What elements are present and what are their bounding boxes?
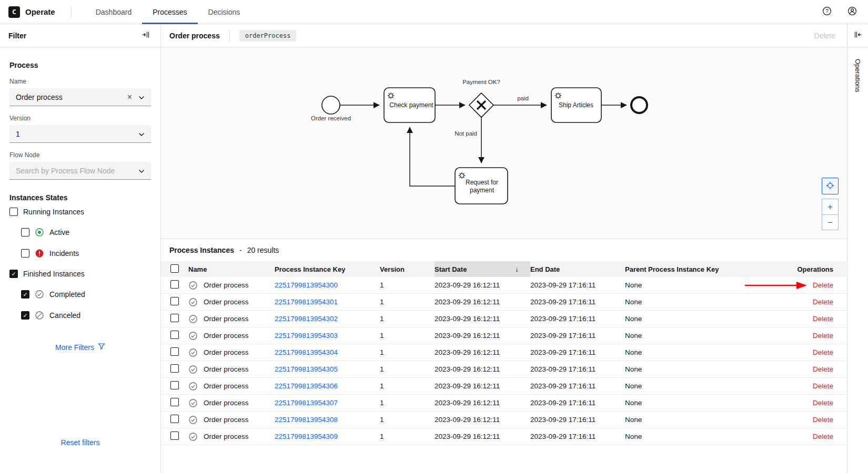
table-row[interactable]: Order process 2251799813954305 1 2023-09…	[161, 361, 847, 378]
row-checkbox[interactable]	[170, 398, 179, 406]
process-instance-key-link[interactable]: 2251799813954305	[275, 365, 338, 373]
instance-completed-state-icon	[188, 432, 198, 441]
process-instance-key-link[interactable]: 2251799813954304	[275, 348, 338, 356]
row-checkbox[interactable]	[170, 280, 179, 289]
instance-completed-state-icon	[188, 365, 198, 374]
completed-state-icon	[35, 290, 44, 299]
bpmn-diagram[interactable]: Order received Check payment Payment OK?…	[161, 47, 847, 239]
delete-process-button-disabled[interactable]: Delete	[814, 32, 835, 40]
canceled-checkbox[interactable]	[21, 311, 29, 320]
start-event-order-received[interactable]	[322, 96, 340, 114]
filter-completed[interactable]: Completed	[21, 290, 151, 299]
filter-panel-body: Process Name Order process × Version 1 F…	[0, 47, 160, 473]
process-instance-key-link[interactable]: 2251799813954300	[275, 281, 338, 289]
process-section-title: Process	[9, 61, 151, 69]
row-checkbox[interactable]	[170, 331, 179, 339]
row-checkbox[interactable]	[170, 347, 179, 356]
expand-operations-panel-button[interactable]	[851, 28, 865, 43]
row-delete-link[interactable]: Delete	[813, 382, 833, 390]
start-date-header-label: Start Date	[435, 265, 467, 273]
tab-processes[interactable]: Processes	[142, 0, 197, 24]
clear-selection-icon[interactable]: ×	[127, 93, 132, 101]
row-delete-link[interactable]: Delete	[813, 298, 833, 306]
tab-dashboard[interactable]: Dashboard	[85, 0, 143, 24]
column-header-start-date[interactable]: Start Date ↓	[435, 261, 530, 277]
process-instance-key-link[interactable]: 2251799813954303	[275, 332, 338, 340]
incidents-checkbox[interactable]	[21, 249, 29, 258]
column-header-version[interactable]: Version	[380, 265, 435, 273]
process-instance-key-link[interactable]: 2251799813954306	[275, 382, 338, 390]
reset-diagram-view-button[interactable]	[822, 178, 839, 194]
help-button[interactable]: ?	[820, 5, 834, 19]
row-version: 1	[380, 399, 435, 407]
chevron-down-icon	[138, 167, 145, 175]
collapse-filter-panel-button[interactable]	[138, 28, 153, 43]
reset-filters-button[interactable]: Reset filters	[61, 438, 100, 447]
process-instance-key-link[interactable]: 2251799813954307	[275, 399, 338, 407]
process-name-combobox[interactable]: Order process ×	[9, 88, 151, 106]
row-delete-link[interactable]: Delete	[813, 332, 833, 340]
column-header-end-date[interactable]: End Date	[530, 265, 625, 273]
flow-node-combobox[interactable]: Search by Process Flow Node	[9, 162, 151, 180]
row-checkbox[interactable]	[170, 297, 179, 305]
more-filters-button[interactable]: More Filters	[9, 343, 151, 352]
zoom-in-button[interactable]: +	[822, 199, 839, 214]
row-checkbox[interactable]	[170, 364, 179, 373]
brand[interactable]: C Operate	[8, 6, 55, 18]
row-version: 1	[380, 281, 435, 289]
filter-finished-instances[interactable]: Finished Instances	[9, 270, 151, 278]
zoom-out-button[interactable]: −	[822, 214, 839, 230]
row-checkbox[interactable]	[170, 431, 179, 440]
end-event[interactable]	[631, 97, 647, 113]
row-delete-link[interactable]: Delete	[813, 433, 833, 440]
operations-panel-header	[847, 24, 868, 47]
column-header-name[interactable]: Name	[185, 265, 275, 273]
reset-view-crosshair-icon	[826, 181, 834, 191]
row-delete-link[interactable]: Delete	[813, 348, 833, 356]
process-instance-key-link[interactable]: 2251799813954302	[275, 315, 338, 323]
row-start-date: 2023-09-29 16:12:11	[435, 348, 530, 356]
row-parent-key: None	[625, 281, 763, 289]
table-row[interactable]: Order process 2251799813954308 1 2023-09…	[161, 412, 847, 428]
row-checkbox[interactable]	[170, 415, 179, 423]
instance-completed-state-icon	[188, 331, 198, 341]
panel-expand-icon	[854, 30, 862, 40]
finished-instances-label: Finished Instances	[23, 270, 85, 278]
filter-panel-title: Filter	[8, 32, 26, 40]
row-checkbox[interactable]	[170, 314, 179, 322]
row-delete-link[interactable]: Delete	[813, 281, 833, 289]
tab-decisions[interactable]: Decisions	[198, 0, 251, 24]
row-delete-link[interactable]: Delete	[813, 416, 833, 424]
row-delete-link[interactable]: Delete	[813, 315, 833, 323]
instance-completed-state-icon	[188, 415, 198, 425]
table-row[interactable]: Order process 2251799813954304 1 2023-09…	[161, 344, 847, 361]
table-row[interactable]: Order process 2251799813954300 1 2023-09…	[161, 277, 847, 294]
completed-checkbox[interactable]	[21, 290, 29, 299]
table-row[interactable]: Order process 2251799813954309 1 2023-09…	[161, 428, 847, 445]
filter-active[interactable]: Active	[21, 228, 151, 237]
table-row[interactable]: Order process 2251799813954306 1 2023-09…	[161, 378, 847, 395]
finished-instances-checkbox[interactable]	[9, 270, 18, 278]
column-header-process-instance-key[interactable]: Process Instance Key	[275, 265, 380, 273]
running-instances-checkbox[interactable]	[9, 208, 18, 216]
filter-running-instances[interactable]: Running Instances	[9, 208, 151, 216]
row-checkbox[interactable]	[170, 381, 179, 389]
filter-canceled[interactable]: Canceled	[21, 311, 151, 320]
table-row[interactable]: Order process 2251799813954307 1 2023-09…	[161, 395, 847, 412]
process-version-select[interactable]: 1	[9, 125, 151, 143]
results-count: 20 results	[247, 246, 279, 254]
process-instance-key-link[interactable]: 2251799813954309	[275, 433, 338, 440]
row-delete-link[interactable]: Delete	[813, 365, 833, 373]
process-instance-key-link[interactable]: 2251799813954301	[275, 298, 338, 306]
process-instance-key-link[interactable]: 2251799813954308	[275, 416, 338, 424]
select-all-checkbox[interactable]	[170, 264, 179, 273]
user-menu-button[interactable]	[845, 5, 860, 19]
column-header-parent-process-instance-key[interactable]: Parent Process Instance Key	[625, 265, 763, 273]
table-row[interactable]: Order process 2251799813954301 1 2023-09…	[161, 294, 847, 311]
filter-incidents[interactable]: Incidents	[21, 249, 151, 258]
sort-descending-icon[interactable]: ↓	[515, 265, 519, 273]
table-row[interactable]: Order process 2251799813954303 1 2023-09…	[161, 327, 847, 344]
table-row[interactable]: Order process 2251799813954302 1 2023-09…	[161, 311, 847, 327]
row-delete-link[interactable]: Delete	[813, 399, 833, 407]
active-checkbox[interactable]	[21, 228, 29, 236]
